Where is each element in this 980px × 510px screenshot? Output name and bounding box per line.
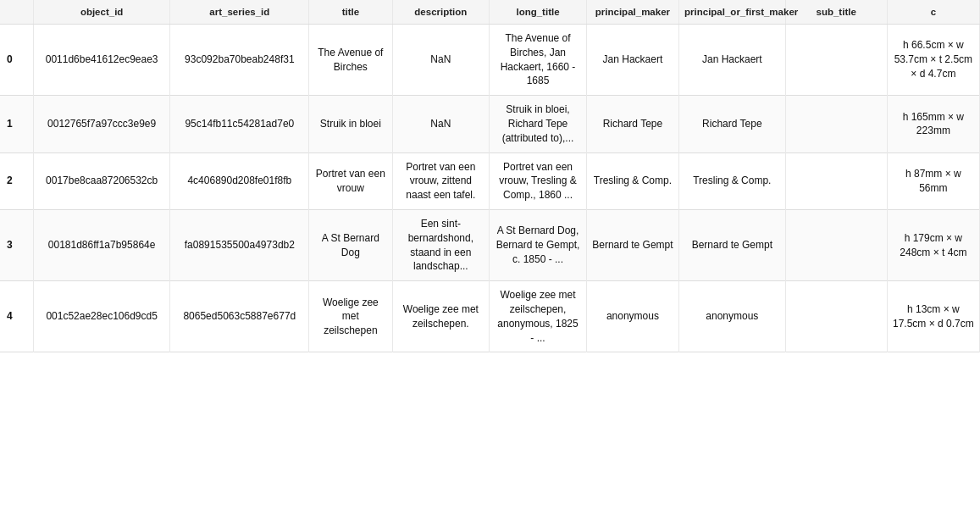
cell-principal_or_first_maker: Bernard te Gempt <box>679 209 786 280</box>
col-header-object-id: object_id <box>33 0 170 25</box>
cell-long_title: Struik in bloei, Richard Tepe (attribute… <box>490 96 587 152</box>
cell-object_id: 001c52ae28ec106d9cd5 <box>33 281 170 352</box>
cell-sub_title <box>785 96 887 152</box>
cell-art_series_id: 93c092ba70beab248f31 <box>170 25 309 96</box>
cell-object_id: 0011d6be41612ec9eae3 <box>33 25 170 96</box>
data-table-wrapper: object_id art_series_id title descriptio… <box>0 0 980 352</box>
cell-c: h 165mm × w 223mm <box>887 96 979 152</box>
cell-title: A St Bernard Dog <box>309 209 392 280</box>
col-header-art-series-id: art_series_id <box>170 0 309 25</box>
col-header-index <box>0 0 33 25</box>
cell-title: Woelige zee met zeilschepen <box>309 281 392 352</box>
cell-principal_or_first_maker: anonymous <box>679 281 786 352</box>
cell-title: The Avenue of Birches <box>309 25 392 96</box>
cell-index: 0 <box>0 25 33 96</box>
cell-principal_maker: Bernard te Gempt <box>586 209 678 280</box>
table-row: 10012765f7a97ccc3e9e995c14fb11c54281ad7e… <box>0 96 980 152</box>
cell-principal_maker: Richard Tepe <box>586 96 678 152</box>
cell-sub_title <box>785 152 887 209</box>
cell-art_series_id: 8065ed5063c5887e677d <box>170 281 309 352</box>
cell-long_title: Woelige zee met zeilschepen, anonymous, … <box>490 281 587 352</box>
cell-principal_or_first_maker: Tresling & Comp. <box>679 152 786 209</box>
cell-long_title: Portret van een vrouw, Tresling & Comp.,… <box>490 152 587 209</box>
cell-index: 2 <box>0 152 33 209</box>
col-header-c: c <box>887 0 979 25</box>
table-row: 4001c52ae28ec106d9cd58065ed5063c5887e677… <box>0 281 980 352</box>
cell-title: Portret van een vrouw <box>309 152 392 209</box>
cell-sub_title <box>785 25 887 96</box>
cell-description: Woelige zee met zeilschepen. <box>392 281 490 352</box>
cell-principal_or_first_maker: Jan Hackaert <box>679 25 786 96</box>
cell-title: Struik in bloei <box>309 96 392 152</box>
cell-c: h 13cm × w 17.5cm × d 0.7cm <box>887 281 979 352</box>
col-header-sub-title: sub_title <box>785 0 887 25</box>
cell-object_id: 00181d86ff1a7b95864e <box>33 209 170 280</box>
cell-object_id: 0012765f7a97ccc3e9e9 <box>33 96 170 152</box>
cell-object_id: 0017be8caa87206532cb <box>33 152 170 209</box>
cell-sub_title <box>785 209 887 280</box>
col-header-description: description <box>392 0 490 25</box>
cell-principal_maker: Jan Hackaert <box>586 25 678 96</box>
table-row: 20017be8caa87206532cb4c406890d208fe01f8f… <box>0 152 980 209</box>
table-row: 00011d6be41612ec9eae393c092ba70beab248f3… <box>0 25 980 96</box>
cell-index: 1 <box>0 96 33 152</box>
cell-principal_maker: anonymous <box>586 281 678 352</box>
col-header-long-title: long_title <box>490 0 587 25</box>
cell-c: h 87mm × w 56mm <box>887 152 979 209</box>
cell-art_series_id: fa0891535500a4973db2 <box>170 209 309 280</box>
cell-description: NaN <box>392 25 490 96</box>
cell-principal_or_first_maker: Richard Tepe <box>679 96 786 152</box>
data-table: object_id art_series_id title descriptio… <box>0 0 980 352</box>
cell-sub_title <box>785 281 887 352</box>
col-header-title: title <box>309 0 392 25</box>
col-header-principal-or-first-maker: principal_or_first_maker <box>679 0 786 25</box>
cell-c: h 179cm × w 248cm × t 4cm <box>887 209 979 280</box>
cell-art_series_id: 95c14fb11c54281ad7e0 <box>170 96 309 152</box>
cell-long_title: The Avenue of Birches, Jan Hackaert, 166… <box>490 25 587 96</box>
cell-description: Een sint-bernardshond, staand in een lan… <box>392 209 490 280</box>
cell-description: Portret van een vrouw, zittend naast een… <box>392 152 490 209</box>
table-header-row: object_id art_series_id title descriptio… <box>0 0 980 25</box>
col-header-principal-maker: principal_maker <box>586 0 678 25</box>
cell-index: 4 <box>0 281 33 352</box>
cell-index: 3 <box>0 209 33 280</box>
cell-description: NaN <box>392 96 490 152</box>
cell-long_title: A St Bernard Dog, Bernard te Gempt, c. 1… <box>490 209 587 280</box>
cell-c: h 66.5cm × w 53.7cm × t 2.5cm × d 4.7cm <box>887 25 979 96</box>
table-row: 300181d86ff1a7b95864efa0891535500a4973db… <box>0 209 980 280</box>
cell-principal_maker: Tresling & Comp. <box>586 152 678 209</box>
cell-art_series_id: 4c406890d208fe01f8fb <box>170 152 309 209</box>
